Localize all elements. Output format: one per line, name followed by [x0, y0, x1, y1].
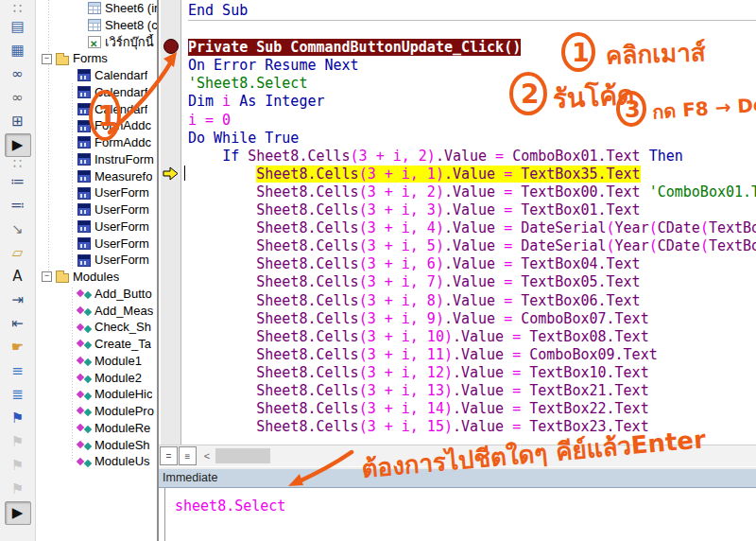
properties-window-button[interactable]: ▦ [5, 39, 31, 62]
tree-item[interactable]: Sheet6 (ir [36, 0, 157, 17]
tree-item[interactable]: ModulePro [36, 403, 157, 420]
code-line[interactable]: Sheet8.Cells(3 + i, 5).Value = DateSeria… [188, 237, 756, 255]
code-line[interactable]: Sheet8.Cells(3 + i, 6).Value = TextBox04… [188, 255, 756, 273]
code-area[interactable]: End SubPrivate Sub CommandButtonUpdate_C… [181, 0, 756, 445]
code-line[interactable]: If Sheet8.Cells(3 + i, 2).Value = ComboB… [188, 148, 756, 166]
code-line[interactable] [188, 20, 756, 39]
form-icon [77, 254, 91, 267]
immediate-window-titlebar: Immediate [159, 467, 756, 488]
tree-item[interactable]: Sheet8 (c [36, 17, 157, 34]
indent-button[interactable]: ⇥ [5, 288, 31, 312]
uncomment-block-icon: ≣ [11, 388, 24, 402]
hand-button[interactable]: ☛ [5, 336, 31, 359]
code-line[interactable]: Sheet8.Cells(3 + i, 3).Value = TextBox01… [188, 201, 756, 219]
tree-item[interactable]: UserForm [36, 184, 157, 201]
outdent-button[interactable]: ⇤ [5, 312, 31, 336]
tree-item[interactable]: Measurefo [36, 168, 157, 185]
tree-item[interactable]: ModuleRe [36, 420, 157, 437]
tree-item-label: ModuleRe [94, 420, 150, 437]
module-icon [77, 439, 91, 451]
tree-item[interactable]: เวิร์กบุ๊กนี้ [36, 34, 157, 51]
previous-bookmark-button: ⚑ [5, 454, 31, 478]
code-line[interactable]: Do While True [188, 130, 756, 148]
code-line[interactable]: Sheet8.Cells(3 + i, 13).Value = TextBox2… [188, 382, 756, 400]
code-line[interactable]: Sheet8.Cells(3 + i, 10).Value = TextBox0… [188, 328, 756, 346]
tree-item[interactable]: UserForm [36, 201, 157, 218]
margin-indicator-bar[interactable] [161, 0, 181, 445]
code-line[interactable]: Sheet8.Cells(3 + i, 4).Value = DateSeria… [188, 219, 756, 237]
tree-item[interactable]: −Modules [36, 269, 157, 286]
tree-item[interactable]: UserForm [36, 218, 157, 236]
tree-item[interactable]: ModuleSh [36, 437, 157, 454]
watch-glasses-icon: ∞ [11, 91, 24, 105]
comment-block-button[interactable]: ≡ [5, 359, 31, 383]
code-window[interactable]: End SubPrivate Sub CommandButtonUpdate_C… [159, 0, 756, 445]
code-line[interactable]: Private Sub CommandButtonUpdate_Click() [188, 39, 756, 57]
tree-item[interactable]: ModuleHic [36, 386, 157, 403]
code-line[interactable]: i = 0 [188, 112, 756, 130]
tree-item[interactable]: UserForm [36, 252, 157, 269]
tree-item[interactable]: Add_Meas [36, 303, 157, 320]
code-line[interactable]: On Error Resume Next [188, 57, 756, 75]
code-line[interactable]: Sheet8.Cells(3 + i, 1).Value = TextBox35… [188, 166, 756, 183]
watch-glasses-button[interactable]: ∞ [5, 86, 31, 110]
immediate-window[interactable]: sheet8.Select [159, 488, 756, 541]
code-line[interactable]: 'Sheet8.Select [188, 75, 756, 93]
form-icon [77, 170, 91, 183]
quick-info-icon: ↘ [11, 222, 24, 236]
list-constants-button[interactable]: ≕ [5, 194, 31, 218]
object-browser-button[interactable]: ∞ [5, 62, 31, 86]
tree-item[interactable]: Module1 [36, 353, 157, 370]
tree-item-label: เวิร์กบุ๊กนี้ [105, 34, 154, 51]
tree-item-label: Module2 [94, 370, 142, 387]
parameter-info-button[interactable]: ▱ [5, 241, 31, 265]
tree-item[interactable]: UserForm [36, 236, 157, 253]
collapse-expander-icon[interactable]: − [42, 54, 52, 64]
tree-item[interactable]: Add_Butto [36, 286, 157, 303]
list-properties-button[interactable]: ≔ [5, 170, 31, 194]
code-window-button[interactable]: ▤ [5, 15, 31, 39]
code-line[interactable]: End Sub [188, 2, 756, 20]
procedure-view-button[interactable]: = [160, 446, 178, 465]
tree-item[interactable]: Calendarf [36, 67, 157, 84]
tree-item-label: Sheet6 (ir [105, 0, 157, 17]
form-icon [77, 69, 91, 81]
code-line[interactable]: Sheet8.Cells(3 + i, 15).Value = TextBox2… [188, 418, 756, 436]
complete-word-button[interactable]: A [5, 265, 31, 288]
tree-item[interactable]: FormAddc [36, 117, 157, 134]
scrollbar-thumb[interactable] [215, 448, 270, 463]
complete-word-icon: A [12, 270, 22, 284]
tree-item[interactable]: ModuleUs [36, 453, 157, 470]
tree-item[interactable]: Check_Sh [36, 319, 157, 336]
code-line[interactable]: Sheet8.Cells(3 + i, 8).Value = TextBox06… [188, 292, 756, 310]
call-stack-button[interactable]: ⊞ [5, 110, 31, 133]
quick-info-button[interactable]: ↘ [5, 218, 31, 241]
tree-item[interactable]: Calendarf [36, 84, 157, 101]
full-module-view-button[interactable]: ≡ [179, 446, 197, 465]
tree-item[interactable]: Module2 [36, 370, 157, 387]
tree-item-label: ModuleHic [94, 386, 152, 403]
overflow-arrow-button-button[interactable]: ▶ [5, 501, 31, 525]
breakpoint-indicator[interactable] [163, 39, 179, 54]
code-line[interactable]: Sheet8.Cells(3 + i, 14).Value = TextBox2… [188, 400, 756, 418]
code-line[interactable]: Sheet8.Cells(3 + i, 2).Value = TextBox00… [188, 183, 756, 201]
tree-item-label: Modules [73, 269, 119, 286]
tree-item[interactable]: InstruForm [36, 151, 157, 168]
code-line[interactable]: Sheet8.Cells(3 + i, 12).Value = TextBox1… [188, 364, 756, 382]
collapse-expander-icon[interactable]: − [42, 271, 52, 282]
tree-item[interactable]: FormAddc [36, 134, 157, 151]
toggle-bookmark-button[interactable]: ⚑ [5, 407, 31, 430]
code-line[interactable]: Sheet8.Cells(3 + i, 11).Value = ComboBox… [188, 346, 756, 364]
code-line[interactable]: Dim i As Integer [188, 93, 756, 111]
tree-item[interactable]: Create_Ta [36, 336, 157, 353]
tree-item[interactable]: −Forms [36, 50, 157, 67]
more-tools-button-button[interactable]: ▶ [5, 133, 31, 157]
tree-item-label: UserForm [94, 236, 149, 253]
scroll-left-button[interactable]: < [200, 448, 214, 463]
code-line[interactable]: Sheet8.Cells(3 + i, 9).Value = ComboBox0… [188, 310, 756, 328]
tree-item[interactable]: Calendarf [36, 101, 157, 118]
uncomment-block-button[interactable]: ≣ [5, 383, 31, 407]
horizontal-scrollbar[interactable]: = ≡ < [159, 445, 756, 466]
code-line[interactable]: Sheet8.Cells(3 + i, 7).Value = TextBox05… [188, 273, 756, 291]
vba-editor-window: ∷▤▦∞∞⊞▶∷≔≕↘▱A⇥⇤☛≡≣⚑⚑⚑⚑▶ Sheet6 (irSheet8… [0, 0, 756, 541]
